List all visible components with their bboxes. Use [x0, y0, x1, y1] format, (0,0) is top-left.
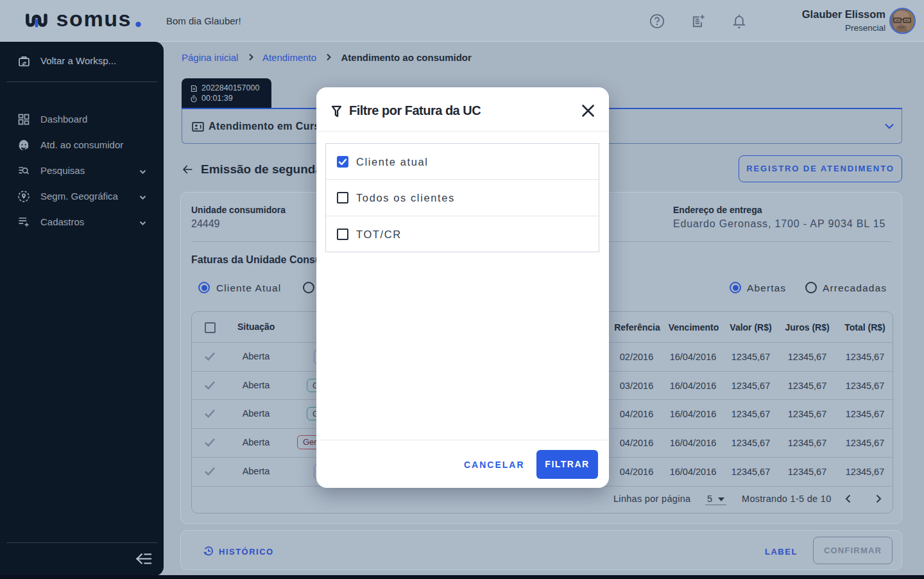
- svg-text:somus: somus: [56, 6, 132, 31]
